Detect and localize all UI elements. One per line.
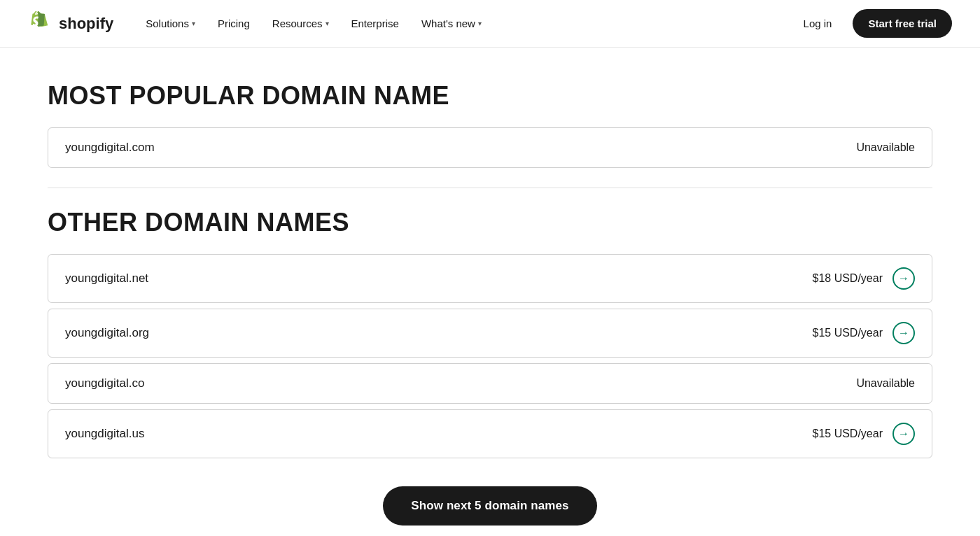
domain-price-us: $15 USD/year — [813, 428, 883, 440]
domain-row-net: youngdigital.net $18 USD/year → — [48, 254, 932, 303]
domain-price-row-org: $15 USD/year → — [813, 322, 916, 344]
domain-name-com: youngdigital.com — [65, 141, 155, 155]
nav-pricing-label: Pricing — [218, 17, 250, 29]
arrow-right-icon-net: → — [898, 272, 909, 285]
nav-solutions[interactable]: Solutions ▾ — [136, 12, 205, 35]
domain-select-org-button[interactable]: → — [892, 322, 915, 344]
arrow-right-icon-us: → — [898, 428, 909, 440]
logo-link[interactable]: shopify — [28, 11, 113, 36]
shopify-logo-icon — [28, 11, 53, 36]
domain-row-org: youngdigital.org $15 USD/year → — [48, 309, 932, 358]
nav-resources[interactable]: Resources ▾ — [262, 12, 339, 35]
whats-new-chevron-icon: ▾ — [478, 20, 482, 27]
most-popular-section: MOST POPULAR DOMAIN NAME youngdigital.co… — [48, 81, 932, 168]
section-divider — [48, 188, 932, 188]
domain-price-row-us: $15 USD/year → — [813, 423, 916, 445]
solutions-chevron-icon: ▾ — [192, 20, 195, 27]
show-next-wrapper: Show next 5 domain names — [48, 486, 932, 526]
logo-text: shopify — [59, 15, 113, 33]
domain-status-co: Unavailable — [856, 377, 915, 390]
other-domains-title: OTHER DOMAIN NAMES — [48, 208, 932, 237]
resources-chevron-icon: ▾ — [326, 20, 329, 27]
nav-solutions-label: Solutions — [146, 17, 189, 29]
other-domains-section: OTHER DOMAIN NAMES youngdigital.net $18 … — [48, 208, 932, 458]
nav-resources-label: Resources — [272, 17, 323, 29]
nav-links: Solutions ▾ Pricing Resources ▾ Enterpri… — [136, 12, 793, 35]
domain-name-net: youngdigital.net — [65, 271, 148, 285]
nav-pricing[interactable]: Pricing — [208, 12, 260, 35]
login-link[interactable]: Log in — [794, 12, 842, 35]
domain-row-com: youngdigital.com Unavailable — [48, 127, 932, 168]
nav-whats-new[interactable]: What's new ▾ — [412, 12, 491, 35]
domain-name-co: youngdigital.co — [65, 376, 144, 390]
nav-whats-new-label: What's new — [421, 17, 475, 29]
nav-actions: Log in Start free trial — [794, 9, 952, 38]
domain-name-org: youngdigital.org — [65, 326, 149, 340]
start-free-trial-button[interactable]: Start free trial — [853, 9, 952, 38]
arrow-right-icon-org: → — [898, 327, 909, 339]
navbar: shopify Solutions ▾ Pricing Resources ▾ … — [0, 0, 980, 48]
nav-enterprise-label: Enterprise — [351, 17, 399, 29]
domain-price-net: $18 USD/year — [813, 272, 883, 285]
domain-status-com: Unavailable — [856, 141, 915, 154]
domain-name-us: youngdigital.us — [65, 427, 144, 441]
domain-price-row-net: $18 USD/year → — [813, 267, 916, 290]
domain-row-us: youngdigital.us $15 USD/year → — [48, 409, 932, 458]
most-popular-title: MOST POPULAR DOMAIN NAME — [48, 81, 932, 111]
domain-price-org: $15 USD/year — [813, 327, 883, 339]
show-next-button[interactable]: Show next 5 domain names — [383, 486, 596, 526]
main-content: MOST POPULAR DOMAIN NAME youngdigital.co… — [0, 48, 980, 536]
domain-select-us-button[interactable]: → — [892, 423, 915, 445]
nav-enterprise[interactable]: Enterprise — [342, 12, 409, 35]
domain-select-net-button[interactable]: → — [892, 267, 915, 290]
domain-row-co: youngdigital.co Unavailable — [48, 363, 932, 404]
